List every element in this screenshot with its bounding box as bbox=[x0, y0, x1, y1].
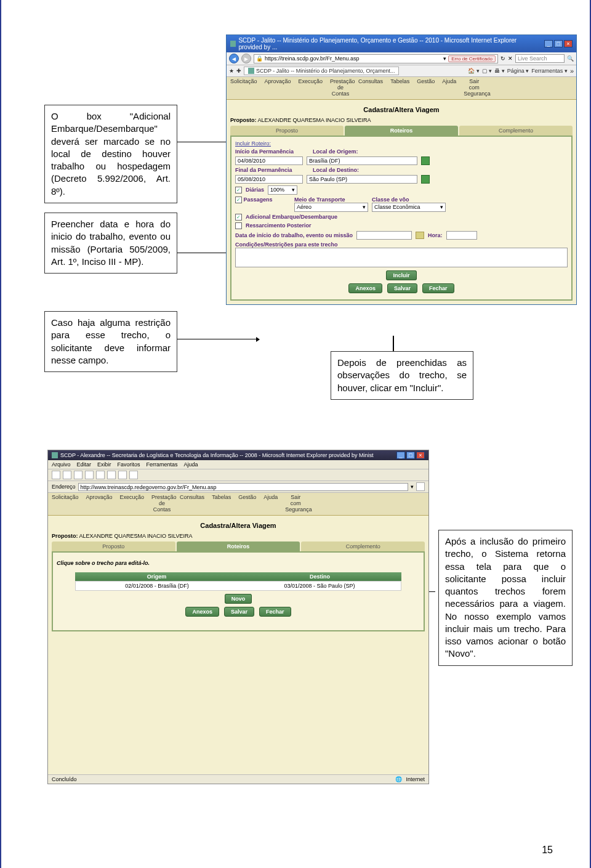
menu-gestao[interactable]: Gestão bbox=[413, 77, 438, 99]
home-button[interactable] bbox=[96, 471, 105, 479]
search-button[interactable] bbox=[107, 471, 116, 479]
close-button[interactable]: × bbox=[564, 40, 573, 47]
menu-solicitacao[interactable]: Solicitação bbox=[227, 77, 261, 99]
checkbox-passagens[interactable]: ✓ bbox=[235, 197, 242, 203]
favorites-icon[interactable]: ★ bbox=[229, 68, 234, 74]
tools-menu[interactable]: Ferramentas ▾ bbox=[531, 68, 568, 74]
menu-consultas[interactable]: Consultas bbox=[355, 77, 387, 99]
tab-roteiros[interactable]: Roteiros bbox=[345, 126, 458, 136]
page-menu[interactable]: Página ▾ bbox=[507, 68, 529, 74]
close-button[interactable]: × bbox=[416, 452, 425, 459]
menu-gestao[interactable]: Gestão bbox=[235, 493, 260, 515]
globe-icon: 🌐 bbox=[395, 776, 402, 782]
maximize-button[interactable]: □ bbox=[554, 40, 563, 47]
tab-proposto[interactable]: Proposto bbox=[230, 126, 344, 136]
menu-execucao[interactable]: Execução bbox=[295, 77, 327, 99]
fechar-button[interactable]: Fechar bbox=[259, 607, 291, 617]
callout-text: O box "Adicional Embarque/Desembarque" d… bbox=[51, 111, 171, 197]
minimize-button[interactable]: _ bbox=[544, 40, 553, 47]
proposto-value: ALEXANDRE QUARESMA INACIO SILVEIRA bbox=[258, 117, 371, 123]
tab-complemento[interactable]: Complemento bbox=[301, 541, 425, 551]
history-button[interactable] bbox=[129, 471, 138, 479]
checkbox-diarias[interactable]: ✓ bbox=[235, 187, 242, 193]
address-bar[interactable]: 🔒 https://treina.scdp.gov.br/Fr_Menu.asp… bbox=[254, 54, 498, 63]
checkbox-ressarcimento[interactable] bbox=[235, 222, 242, 229]
input-data-inicio-trabalho[interactable] bbox=[356, 231, 412, 240]
select-classe-voo[interactable]: Classe Econômica▾ bbox=[372, 203, 446, 212]
salvar-button[interactable]: Salvar bbox=[387, 283, 417, 293]
fechar-button[interactable]: Fechar bbox=[422, 283, 454, 293]
address-label: Endereço bbox=[52, 484, 76, 490]
menu-tabelas[interactable]: Tabelas bbox=[387, 77, 413, 99]
checkbox-adicional-embarque[interactable]: ✓ bbox=[235, 214, 242, 221]
zone-text: Internet bbox=[406, 776, 425, 782]
menu-arquivo[interactable]: Arquivo bbox=[52, 461, 71, 468]
menu-ajuda[interactable]: Ajuda bbox=[438, 77, 460, 99]
tab-roteiros[interactable]: Roteiros bbox=[177, 541, 300, 551]
menu-solicitacao[interactable]: Solicitação bbox=[48, 493, 82, 515]
form-tabs: Proposto Roteiros Complemento bbox=[230, 126, 573, 136]
print-icon[interactable]: 🖶 ▾ bbox=[494, 68, 505, 74]
refresh-icon[interactable]: ↻ bbox=[501, 55, 505, 62]
lookup-origem-button[interactable] bbox=[421, 156, 430, 165]
calendar-icon[interactable] bbox=[416, 232, 424, 239]
menu-favoritos[interactable]: Favoritos bbox=[118, 461, 140, 468]
menu-prestacao-contas[interactable]: Prestação de Contas bbox=[148, 493, 176, 515]
forward-button[interactable] bbox=[63, 471, 71, 479]
anexos-button[interactable]: Anexos bbox=[185, 607, 219, 617]
search-box[interactable]: Live Search bbox=[515, 54, 565, 63]
incluir-roteiro-link[interactable]: Incluir Roteiro: bbox=[235, 140, 568, 147]
menu-prestacao-contas[interactable]: Prestação de Contas bbox=[326, 77, 355, 99]
go-button[interactable] bbox=[416, 482, 425, 491]
cell-destino: 03/01/2008 - São Paulo (SP) bbox=[238, 582, 401, 590]
menu-aprovacao[interactable]: Aprovação bbox=[82, 493, 116, 515]
feeds-icon[interactable]: ▢ ▾ bbox=[482, 68, 492, 74]
input-local-destino[interactable]: São Paulo (SP) bbox=[307, 175, 417, 184]
browser-tab[interactable]: SCDP - Jalito -- Ministério do Planejame… bbox=[244, 67, 399, 75]
search-icon[interactable]: 🔍 bbox=[567, 55, 574, 62]
menu-tabelas[interactable]: Tabelas bbox=[208, 493, 235, 515]
input-final-permanencia[interactable]: 05/08/2010 bbox=[235, 175, 303, 184]
menu-sair[interactable]: Sair com Segurança bbox=[281, 493, 310, 515]
lookup-destino-button[interactable] bbox=[421, 175, 430, 184]
table-row[interactable]: 02/01/2008 - Brasília (DF) 03/01/2008 - … bbox=[75, 581, 401, 591]
lock-icon: 🔒 bbox=[256, 55, 263, 62]
menu-execucao[interactable]: Execução bbox=[116, 493, 148, 515]
input-inicio-permanencia[interactable]: 04/08/2010 bbox=[235, 156, 303, 165]
menu-sair[interactable]: Sair com Segurança bbox=[460, 77, 488, 99]
forward-button[interactable]: ► bbox=[241, 54, 251, 63]
stop-icon[interactable]: ✕ bbox=[508, 55, 513, 62]
incluir-button[interactable]: Incluir bbox=[386, 270, 416, 280]
menu-exibir[interactable]: Exibir bbox=[97, 461, 111, 468]
tab-proposto[interactable]: Proposto bbox=[52, 541, 175, 551]
salvar-button[interactable]: Salvar bbox=[224, 607, 254, 617]
menu-ajuda[interactable]: Ajuda bbox=[260, 493, 281, 515]
stop-button[interactable] bbox=[74, 471, 82, 479]
favorites-button[interactable] bbox=[118, 471, 127, 479]
favorites-add-icon[interactable]: ✚ bbox=[236, 68, 241, 74]
input-hora[interactable] bbox=[446, 231, 477, 240]
textarea-condicoes[interactable] bbox=[235, 248, 568, 267]
maximize-button[interactable]: □ bbox=[406, 452, 415, 459]
back-button[interactable] bbox=[52, 471, 60, 479]
menu-ferramentas[interactable]: Ferramentas bbox=[147, 461, 178, 468]
back-button[interactable]: ◄ bbox=[229, 54, 239, 63]
label-diarias: Diárias bbox=[246, 187, 264, 193]
address-bar[interactable]: http://www.treinascdp.redegoverno.gov.br… bbox=[78, 483, 408, 491]
minimize-button[interactable]: _ bbox=[396, 452, 405, 459]
anexos-button[interactable]: Anexos bbox=[348, 283, 382, 293]
refresh-button[interactable] bbox=[85, 471, 94, 479]
novo-button[interactable]: Novo bbox=[225, 594, 252, 604]
menu-aprovacao[interactable]: Aprovação bbox=[261, 77, 295, 99]
menu-ajuda[interactable]: Ajuda bbox=[184, 461, 198, 468]
home-icon[interactable]: 🏠 ▾ bbox=[468, 68, 480, 74]
menu-editar[interactable]: Editar bbox=[77, 461, 92, 468]
tab-complemento[interactable]: Complemento bbox=[459, 126, 573, 136]
select-diarias-pct[interactable]: 100%▾ bbox=[268, 185, 297, 195]
callout-text: Após a inclusão do primeiro trecho, o Si… bbox=[445, 536, 566, 659]
certificate-error-badge[interactable]: Erro de Certificado bbox=[448, 55, 496, 62]
select-meio-transporte[interactable]: Aéreo▾ bbox=[294, 203, 368, 212]
nav-toolbar: ◄ ► 🔒 https://treina.scdp.gov.br/Fr_Menu… bbox=[227, 52, 576, 65]
input-local-origem[interactable]: Brasília (DF) bbox=[307, 156, 417, 165]
menu-consultas[interactable]: Consultas bbox=[176, 493, 208, 515]
